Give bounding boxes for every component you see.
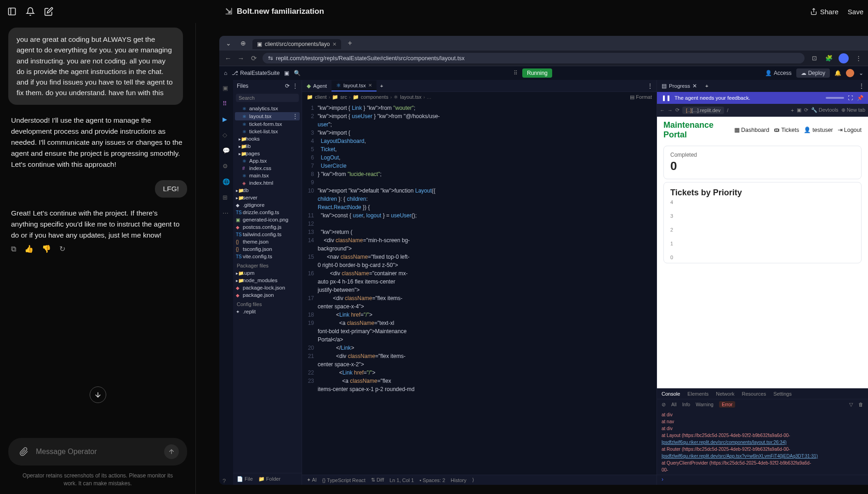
url-field[interactable]: ⇆ replit.com/t/testorg/repls/RealEstateS…	[263, 53, 805, 63]
new-tab-button[interactable]: +	[345, 39, 354, 47]
chevron-icon[interactable]: ⟩	[472, 477, 474, 483]
close-icon[interactable]: ✕	[692, 83, 697, 89]
devtools-button[interactable]: 🔧 Devtools	[811, 107, 839, 113]
files-refresh-icon[interactable]: ⟳	[285, 83, 290, 89]
filter-info[interactable]: Info	[682, 402, 691, 407]
folder-item[interactable]: ▸📁node_modules	[233, 277, 302, 284]
help-icon[interactable]: ?	[223, 477, 230, 485]
app-logo[interactable]: MaintenancePortal	[663, 120, 714, 139]
file-item[interactable]: TStailwind.config.ts	[233, 231, 302, 238]
filter-warning[interactable]: Warning	[696, 402, 714, 407]
new-tab-button[interactable]: +	[702, 83, 712, 89]
reload-icon[interactable]: ⟳	[250, 54, 258, 62]
folder-item[interactable]: ▸📁db	[233, 187, 302, 194]
forward-icon[interactable]: →	[668, 108, 673, 113]
running-badge[interactable]: Running	[522, 68, 552, 78]
file-item[interactable]: TSdrizzle.config.ts	[233, 209, 302, 216]
file-item[interactable]: ◈index.html	[233, 179, 302, 187]
preview-url[interactable]: [..][...].replit.dev	[682, 107, 724, 114]
tab-layout[interactable]: ⚛layout.tsx✕	[331, 80, 377, 91]
book-icon[interactable]: ▣	[284, 70, 289, 76]
screenshot-icon[interactable]: ▣	[797, 107, 801, 113]
back-icon[interactable]: ←	[660, 108, 665, 113]
project-name[interactable]: ⎇ RealEstateSuite	[232, 70, 280, 76]
file-menu-icon[interactable]: ⋮	[292, 113, 298, 119]
folder-item[interactable]: ▸📁.upm	[233, 269, 302, 277]
bell-icon[interactable]	[26, 7, 35, 16]
format-button[interactable]: ▤ Format	[630, 94, 652, 100]
extensions-icon[interactable]: 🧩	[824, 53, 834, 63]
nav-logout[interactable]: ⇥ Logout	[838, 126, 862, 133]
new-editor-tab[interactable]: +	[377, 83, 387, 89]
gear-icon[interactable]: ⚙	[223, 163, 230, 170]
console-log[interactable]: at div at nav at div at Layout (https://…	[657, 409, 868, 475]
copy-icon[interactable]: ⧉	[11, 244, 16, 255]
folder-item[interactable]: ▸📁hooks	[233, 135, 302, 142]
file-item[interactable]: ◆package.json	[233, 291, 302, 299]
menu-icon[interactable]: ⋮	[853, 53, 863, 63]
new-file-button[interactable]: 📄 File	[237, 476, 253, 482]
globe-icon[interactable]: 🌐	[223, 178, 230, 186]
devtools-tab-network[interactable]: Network	[716, 391, 734, 397]
filter-all[interactable]: All	[671, 402, 677, 407]
tab-agent[interactable]: ◆Agent	[302, 81, 331, 91]
devtools-tab-console[interactable]: Console	[662, 391, 680, 397]
sidebar-toggle-icon[interactable]	[7, 7, 17, 16]
thumbs-down-icon[interactable]: 👎	[42, 244, 51, 255]
filter-icon[interactable]: ▽	[849, 402, 853, 407]
file-item[interactable]: {}theme.json	[233, 238, 302, 245]
install-icon[interactable]: ⊡	[809, 53, 819, 63]
new-folder-button[interactable]: 📁 Folder	[258, 476, 280, 482]
scroll-down-button[interactable]	[90, 386, 106, 403]
reload-icon[interactable]: ⟳	[675, 107, 680, 113]
user-avatar[interactable]	[846, 69, 854, 77]
clear-icon[interactable]: ⊘	[662, 402, 666, 407]
refresh-icon[interactable]: ⟳	[804, 107, 808, 113]
close-icon[interactable]: ✕	[368, 83, 372, 88]
back-icon[interactable]: ←	[224, 54, 232, 62]
file-item[interactable]: #index.css	[233, 165, 302, 172]
file-item[interactable]: ▣generated-icon.png	[233, 216, 302, 223]
folder-item[interactable]: ▸📁pages	[233, 150, 302, 157]
history-button[interactable]: History	[451, 477, 466, 483]
forward-icon[interactable]: →	[237, 54, 245, 62]
nav-user[interactable]: 👤 testuser	[804, 126, 833, 133]
share-button[interactable]: Share	[810, 8, 839, 16]
file-item[interactable]: ◆postcss.config.js	[233, 223, 302, 231]
globe-icon[interactable]: ⊕	[238, 39, 249, 48]
save-button[interactable]: Save	[848, 8, 863, 16]
cube-icon[interactable]: ◇	[223, 131, 230, 139]
folder-item[interactable]: ▸📁lib	[233, 142, 302, 150]
retry-icon[interactable]: ↻	[59, 244, 65, 255]
add-icon[interactable]: +	[791, 108, 794, 113]
file-item[interactable]: ⚛App.tsx	[233, 157, 302, 165]
close-icon[interactable]: ✕	[332, 41, 337, 47]
language-indicator[interactable]: {} TypeScript React	[322, 477, 365, 483]
console-prompt[interactable]: ›	[657, 475, 868, 485]
spaces-indicator[interactable]: • Spaces: 2	[419, 477, 445, 483]
access-button[interactable]: 👤 Access	[765, 70, 792, 76]
collapse-icon[interactable]: ⇲	[225, 6, 232, 17]
apps-icon[interactable]: ⠿	[514, 70, 518, 76]
devtools-tab-elements[interactable]: Elements	[687, 391, 708, 397]
file-item[interactable]: ⚛analytics.tsx	[233, 105, 302, 112]
file-item[interactable]: ⚛main.tsx	[233, 172, 302, 179]
send-button[interactable]	[164, 444, 179, 459]
chat-icon[interactable]: 💬	[223, 147, 230, 154]
nav-dashboard[interactable]: ▦ Dashboard	[734, 126, 769, 133]
search-icon[interactable]: 🔍	[294, 70, 301, 76]
profile-avatar[interactable]	[839, 53, 849, 63]
home-icon[interactable]: ⌂	[224, 70, 227, 76]
nav-tickets[interactable]: 🎟 Tickets	[774, 127, 799, 133]
dots-icon[interactable]: ⠿	[223, 100, 230, 108]
grid-icon[interactable]: ⊞	[223, 194, 230, 201]
chevron-down-icon[interactable]: ⌄	[859, 70, 863, 76]
files-search[interactable]: Search	[236, 94, 299, 102]
diff-button[interactable]: ⇅ Diff	[371, 477, 384, 483]
chat-input[interactable]	[36, 448, 160, 456]
panel-icon[interactable]: ▣	[223, 85, 230, 92]
ai-button[interactable]: ✦ AI	[307, 477, 317, 483]
file-item-selected[interactable]: ⚛layout.tsx⋮	[235, 112, 300, 120]
code-editor[interactable]: 1234567891011121314151617181920212223 "k…	[302, 102, 657, 475]
expand-icon[interactable]: ⛶	[848, 95, 853, 101]
